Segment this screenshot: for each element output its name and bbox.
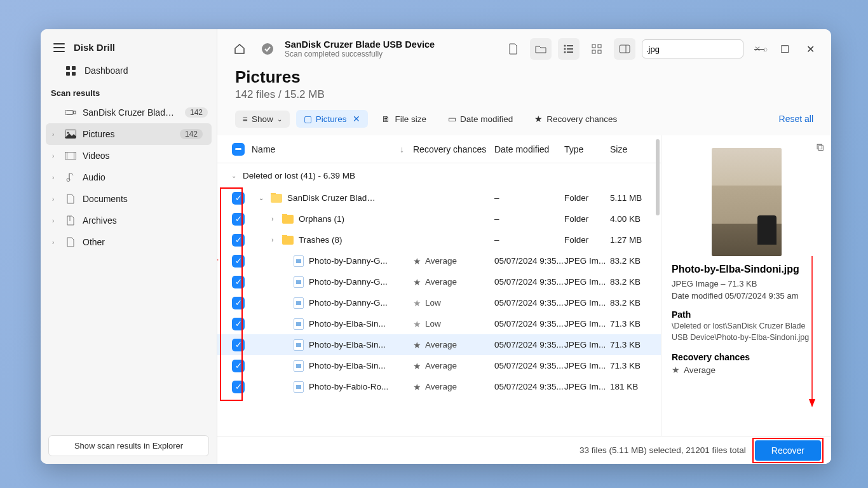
file-icon — [65, 236, 76, 248]
table-row[interactable]: ✓›Trashes (8)–Folder1.27 MB — [217, 229, 661, 250]
scan-status: Scan completed successfully — [285, 50, 435, 58]
menu-icon[interactable] — [53, 43, 65, 52]
check-badge-icon — [257, 38, 278, 60]
chevron-right-icon: › — [52, 239, 58, 246]
folder-icon — [282, 215, 294, 224]
row-checkbox[interactable]: ✓ — [232, 360, 245, 372]
svg-rect-0 — [65, 111, 74, 115]
sidebar-item-label: Archives — [83, 215, 117, 226]
dashboard-link[interactable]: Dashboard — [41, 59, 217, 85]
sidebar-item-documents[interactable]: › Documents — [41, 188, 217, 210]
image-file-icon — [294, 339, 304, 351]
panel-view-icon[interactable] — [614, 38, 635, 60]
sort-down-icon[interactable]: ↓ — [400, 144, 404, 154]
sidebar-item-videos[interactable]: › Videos — [41, 145, 217, 166]
recover-button[interactable]: Recover — [755, 440, 821, 461]
row-recovery: ★Average — [413, 340, 494, 350]
table-row[interactable]: ✓Photo-by-Elba-Sin...★Average05/07/2024 … — [217, 334, 661, 355]
path-label: Path — [672, 309, 821, 320]
svg-rect-17 — [592, 50, 595, 53]
filter-date[interactable]: ▭Date modified — [440, 110, 520, 128]
row-name: Orphans (1) — [299, 214, 344, 224]
star-icon: ★ — [413, 340, 421, 350]
row-checkbox[interactable]: ✓ — [232, 297, 245, 309]
list-view-icon[interactable] — [558, 38, 580, 60]
filter-pictures[interactable]: ▢Pictures✕ — [296, 110, 369, 128]
row-checkbox[interactable]: ✓ — [232, 234, 245, 247]
col-recovery[interactable]: Recovery chances — [413, 144, 494, 154]
group-header[interactable]: ⌄ Deleted or lost (41) - 6.39 MB — [217, 163, 661, 187]
svg-rect-19 — [620, 45, 630, 53]
sidebar-item-label: Audio — [83, 172, 105, 182]
row-type: JPEG Im... — [564, 298, 610, 308]
row-size: 71.3 KB — [610, 340, 661, 349]
reset-filters-link[interactable]: Reset all — [779, 114, 813, 124]
row-checkbox[interactable]: ✓ — [232, 381, 245, 393]
row-checkbox[interactable]: ✓ — [232, 318, 245, 330]
remove-filter-icon[interactable]: ✕ — [353, 114, 360, 124]
scrollbar[interactable] — [656, 135, 660, 436]
folder-view-icon[interactable] — [530, 38, 552, 60]
sidebar-item-archives[interactable]: › Archives — [41, 210, 217, 231]
table-row[interactable]: ✓Photo-by-Elba-Sin...★Average05/07/2024 … — [217, 355, 661, 376]
sidebar-item-audio[interactable]: › Audio — [41, 166, 217, 188]
row-type: Folder — [564, 193, 610, 203]
close-button[interactable]: ✕ — [801, 39, 820, 58]
row-checkbox[interactable]: ✓ — [232, 213, 245, 226]
music-icon — [65, 172, 76, 183]
row-checkbox[interactable]: ✓ — [232, 339, 245, 351]
table-row[interactable]: ✓›Orphans (1)–Folder4.00 KB — [217, 208, 661, 229]
filter-recovery[interactable]: ★Recovery chances — [527, 110, 625, 128]
col-type[interactable]: Type — [564, 144, 610, 154]
table-row[interactable]: ✓Photo-by-Elba-Sin...★Low05/07/2024 9:35… — [217, 313, 661, 334]
scroll-thumb[interactable] — [656, 139, 660, 215]
row-name: Photo-by-Fabio-Ro... — [309, 382, 388, 391]
col-name[interactable]: Name — [252, 144, 275, 154]
document-icon — [65, 193, 76, 205]
row-checkbox[interactable]: ✓ — [232, 255, 245, 268]
sidebar-item-pictures[interactable]: › Pictures 142 — [46, 123, 212, 145]
col-date[interactable]: Date modified — [494, 144, 564, 154]
row-recovery: ★Average — [413, 256, 494, 266]
svg-rect-10 — [567, 45, 573, 46]
show-dropdown[interactable]: ≡Show⌄ — [235, 111, 290, 128]
minimize-button[interactable]: — — [750, 39, 769, 58]
row-name: SanDisk Cruzer Blade... — [287, 193, 376, 203]
archive-icon — [65, 215, 76, 226]
sidebar-item-device[interactable]: SanDisk Cruzer Blade US... 142 — [41, 102, 217, 123]
row-type: JPEG Im... — [564, 256, 610, 266]
home-icon[interactable] — [229, 38, 250, 60]
table-row[interactable]: ✓Photo-by-Danny-G...★Average05/07/2024 9… — [217, 271, 661, 292]
search-field[interactable] — [646, 44, 753, 54]
star-icon: ★ — [672, 365, 680, 375]
row-recovery: ★Average — [413, 277, 494, 287]
row-date: – — [494, 193, 564, 203]
table-row[interactable]: ✓⌄SanDisk Cruzer Blade...–Folder5.11 MB — [217, 187, 661, 208]
expand-icon[interactable]: ⌄ — [257, 194, 266, 201]
sidebar-item-other[interactable]: › Other — [41, 231, 217, 253]
row-checkbox[interactable]: ✓ — [232, 276, 245, 288]
grid-view-icon[interactable] — [586, 38, 607, 60]
svg-rect-6 — [74, 152, 76, 159]
row-date: – — [494, 214, 564, 224]
row-name: Trashes (8) — [299, 235, 342, 245]
show-in-explorer-button[interactable]: Show scan results in Explorer — [48, 435, 209, 456]
select-all-checkbox[interactable] — [232, 143, 245, 156]
row-type: Folder — [564, 214, 610, 224]
maximize-button[interactable]: ☐ — [775, 39, 794, 58]
expand-icon[interactable]: › — [268, 215, 277, 222]
table-row[interactable]: ✓Photo-by-Danny-G...★Low05/07/2024 9:35.… — [217, 292, 661, 313]
page-title: Pictures — [235, 67, 813, 87]
file-view-icon[interactable] — [502, 38, 524, 60]
usb-icon — [65, 107, 76, 118]
table-row[interactable]: ✓Photo-by-Danny-G...★Average05/07/2024 9… — [217, 250, 661, 271]
col-size[interactable]: Size — [610, 144, 661, 154]
expand-icon[interactable]: › — [268, 236, 277, 243]
row-checkbox[interactable]: ✓ — [232, 192, 245, 205]
popout-icon[interactable]: ⧉ — [817, 142, 824, 153]
table-row[interactable]: ✓Photo-by-Fabio-Ro...★Average05/07/2024 … — [217, 376, 661, 397]
search-input[interactable]: ✕ ⌕ — [642, 39, 743, 58]
footer: 33 files (5.11 MB) selected, 21201 files… — [217, 436, 831, 464]
image-icon: ▢ — [304, 114, 312, 124]
filter-filesize[interactable]: 🗎File size — [374, 111, 434, 128]
